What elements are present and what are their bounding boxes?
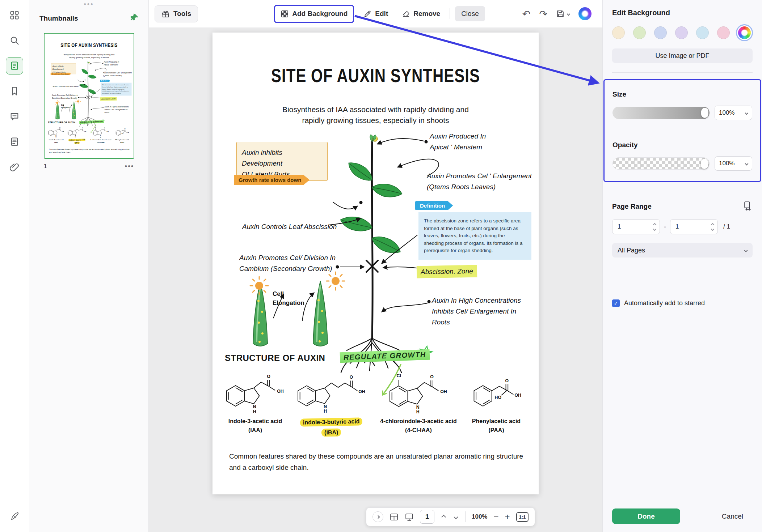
size-label: Size: [612, 90, 752, 98]
annotation-high-concentration: Auxin In High ConcentrationsInhibits Cel…: [432, 295, 521, 328]
signature-button[interactable]: [6, 507, 23, 525]
color-swatch-blue[interactable]: [654, 26, 667, 39]
edit-pen-icon: [363, 10, 372, 18]
document-page: SITE OF AUXIN SYNTHESIS Biosynthesis of …: [212, 33, 539, 494]
page-number-input[interactable]: [420, 510, 434, 524]
redo-icon[interactable]: ↷: [539, 9, 547, 19]
svg-text:H: H: [75, 136, 76, 138]
svg-text:OH: OH: [440, 389, 447, 394]
bookmarks-button[interactable]: [6, 82, 23, 100]
svg-text:H: H: [100, 137, 101, 138]
custom-color-wheel[interactable]: [738, 26, 751, 39]
app-window: ••• Thumbnails: [0, 0, 762, 532]
definition-body: The abscission zone refers to a specific…: [101, 83, 131, 96]
range-to-field[interactable]: [670, 219, 718, 234]
document-title: SITE OF AUXIN SYNTHESIS: [45, 43, 134, 48]
panel-drag-handle[interactable]: •••: [29, 0, 148, 8]
signature-pen-icon: [9, 511, 20, 521]
iaa-structure: OOHNH: [46, 126, 66, 138]
color-swatch-cyan[interactable]: [696, 26, 709, 39]
page-layout-icon[interactable]: [390, 512, 399, 522]
svg-text:OH: OH: [127, 132, 129, 133]
edit-background-button[interactable]: Edit: [359, 7, 392, 21]
opacity-slider[interactable]: [612, 157, 710, 170]
comments-button[interactable]: [6, 108, 23, 125]
document-canvas[interactable]: SITE OF AUXIN SYNTHESIS Biosynthesis of …: [149, 28, 602, 532]
document-page: SITE OF AUXIN SYNTHESIS Biosynthesis of …: [45, 34, 134, 159]
svg-text:O: O: [59, 127, 60, 128]
attachments-button[interactable]: [6, 158, 23, 176]
close-button[interactable]: Close: [455, 6, 485, 21]
apps-grid-button[interactable]: [6, 7, 23, 24]
presentation-icon[interactable]: [405, 512, 414, 522]
color-swatch-green[interactable]: [633, 26, 646, 39]
actual-size-button[interactable]: 1:1: [516, 512, 529, 522]
page-thumbnail[interactable]: SITE OF AUXIN SYNTHESIS Biosynthesis of …: [44, 33, 134, 159]
thumbnail-more-button[interactable]: •••: [125, 162, 134, 170]
expand-bar-button[interactable]: [372, 511, 383, 522]
color-swatch-purple[interactable]: [675, 26, 688, 39]
bookmark-icon: [9, 86, 20, 96]
annotation-latent-buds-box: Auxin inhibits DevelopmentOf Latent/ Bud…: [51, 63, 76, 74]
remove-background-button[interactable]: Remove: [397, 7, 445, 21]
svg-text:H: H: [55, 136, 56, 138]
document-lines-icon: [9, 137, 20, 147]
size-slider-thumb[interactable]: [701, 108, 708, 118]
zoom-in-button[interactable]: +: [505, 512, 510, 521]
save-button[interactable]: [556, 9, 570, 18]
opacity-value-dropdown[interactable]: 100%: [715, 156, 752, 171]
thumbnail-page-number: 1: [44, 163, 47, 170]
cancel-button[interactable]: Cancel: [712, 509, 753, 524]
compound-iaa: OOHNH Indole-3-acetic acid (IAA): [217, 370, 293, 434]
range-from-input[interactable]: [612, 223, 653, 230]
structure-heading: STRUCTURE OF AUXIN: [225, 353, 325, 363]
svg-text:OH: OH: [84, 131, 87, 132]
svg-text:O: O: [82, 127, 83, 128]
gift-icon: [161, 10, 170, 18]
zoom-out-button[interactable]: −: [493, 512, 498, 521]
annotation-cell-enlargement: Auxin Promotes Cel ' Enlargement(Qtems R…: [427, 171, 532, 192]
search-button[interactable]: [6, 32, 23, 49]
annotation-leaf-abscission: Auxin Controls Leaf Abscission: [242, 221, 337, 232]
thumbnails-tab-button[interactable]: [6, 57, 23, 75]
previous-page-button[interactable]: [441, 513, 447, 521]
all-pages-dropdown[interactable]: All Pages: [612, 243, 753, 258]
ai-assistant-icon[interactable]: [578, 7, 592, 20]
starred-checkbox[interactable]: ✓: [612, 299, 620, 307]
pin-icon[interactable]: [130, 13, 139, 24]
annotation-cambium: Auxin Promotes Cel/ Division InCambium (…: [52, 94, 78, 99]
opacity-slider-thumb[interactable]: [701, 159, 708, 169]
size-slider[interactable]: [612, 107, 710, 119]
color-swatch-cream[interactable]: [612, 26, 625, 39]
document-footer: Common features shared by these compound…: [229, 451, 523, 473]
thumbnails-panel: ••• Thumbnails: [29, 0, 149, 532]
svg-text:OH: OH: [106, 131, 109, 132]
svg-text:H: H: [253, 409, 256, 414]
color-swatch-pink[interactable]: [717, 26, 730, 39]
svg-text:N: N: [324, 404, 327, 409]
range-from-field[interactable]: [612, 219, 660, 234]
range-to-stepper[interactable]: [711, 224, 717, 230]
save-dropdown-chevron-icon[interactable]: [567, 12, 571, 16]
page-range-icon[interactable]: [743, 201, 753, 212]
summary-button[interactable]: [6, 133, 23, 150]
cell-elongation-label: CellElongation: [273, 289, 304, 307]
use-image-or-pdf-button[interactable]: Use Image or PDF: [612, 48, 753, 63]
range-to-input[interactable]: [670, 223, 711, 230]
add-background-button[interactable]: Add Background: [276, 7, 352, 21]
pagebar-divider: [465, 511, 466, 522]
compound-iba: OOHNH indole-3-butyric acid (IBA): [66, 126, 88, 144]
next-page-button[interactable]: [453, 513, 459, 521]
growth-rate-ribbon: Growth rate slows down: [234, 175, 310, 185]
done-button[interactable]: Done: [612, 508, 680, 524]
annotation-latent-buds-box: Auxin inhibits DevelopmentOf Latent/ Bud…: [236, 142, 328, 181]
thumbnails-title: Thumbnails: [39, 14, 78, 22]
compound-paa: OOHHO Phenylacetic acid (PAA): [112, 126, 132, 143]
growth-rate-ribbon: Growth rate slows down: [50, 73, 71, 75]
range-from-stepper[interactable]: [653, 224, 660, 230]
size-value-dropdown[interactable]: 100%: [715, 106, 752, 120]
tools-button[interactable]: Tools: [155, 5, 198, 22]
svg-text:Cl: Cl: [397, 373, 401, 378]
undo-icon[interactable]: ↶: [522, 9, 531, 19]
tools-label: Tools: [173, 10, 191, 18]
